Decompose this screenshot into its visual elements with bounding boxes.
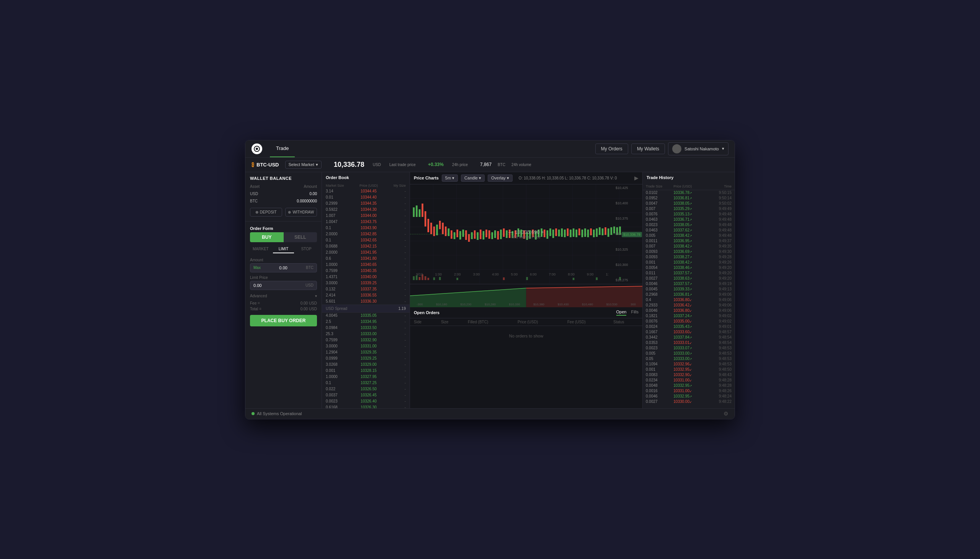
- svg-rect-65: [555, 228, 557, 236]
- ob-buy-row: 0.0023 10326.40 -: [322, 398, 410, 404]
- svg-rect-43: [491, 232, 493, 239]
- market-order-tab[interactable]: MARKET: [250, 245, 271, 253]
- sell-tab[interactable]: SELL: [284, 232, 317, 242]
- limit-order-tab[interactable]: LIMIT: [273, 245, 295, 253]
- svg-rect-71: [573, 228, 574, 237]
- withdraw-button[interactable]: ⊕ WITHDRAW: [285, 208, 317, 217]
- th-trade-size: 0.0353: [646, 341, 674, 345]
- ob-buy-price: 10327.95: [354, 375, 383, 379]
- th-trade-size: 0.0046: [646, 281, 674, 286]
- chart-price-labels: $10,425 $10,400 $10,375 $10,350 $10,336.…: [615, 184, 642, 284]
- place-order-button[interactable]: PLACE BUY ORDER: [250, 315, 317, 326]
- th-trade-price: 10336.71↗: [674, 217, 707, 222]
- ob-sell-mysize: -: [383, 250, 406, 255]
- market-select-dropdown[interactable]: Select Market ▾: [285, 161, 321, 169]
- ob-buy-size: 0.0023: [326, 399, 354, 403]
- th-trade-size: 0.005: [646, 233, 674, 238]
- ob-buy-size: 25.3: [326, 332, 354, 336]
- th-trade-size: 0.0047: [646, 201, 674, 205]
- amount-input[interactable]: Max 0.00 BTC: [250, 263, 317, 273]
- svg-rect-72: [575, 230, 577, 237]
- th-trade-time: 9:48:28: [707, 378, 732, 382]
- trade-history-row: 0.0023 10338.05↗ 9:49:48: [643, 222, 735, 228]
- th-trade-size: 0.0463: [646, 217, 674, 222]
- chart-fullscreen-icon[interactable]: ▶: [634, 175, 639, 181]
- ob-sell-size: 2.0000: [326, 232, 354, 236]
- svg-rect-84: [611, 227, 612, 235]
- ob-buy-size: 0.6168: [326, 405, 354, 408]
- time-label-1: 1:00: [435, 273, 442, 276]
- svg-rect-64: [552, 230, 554, 238]
- th-trade-price: 10331.00↙: [674, 389, 707, 393]
- price-change: +0.33%: [428, 162, 444, 167]
- deposit-button[interactable]: ⊕ DEPOSIT: [250, 208, 282, 217]
- ob-sell-row: 2.0000 10342.85 -: [322, 231, 410, 237]
- ob-buy-price: 10329.35: [354, 350, 383, 354]
- th-trade-time: 9:50:02: [707, 201, 732, 205]
- ob-market-size-header: Market Size: [326, 184, 354, 187]
- ob-buy-mysize: -: [383, 344, 406, 348]
- th-trade-price: 10333.00↗: [674, 357, 707, 361]
- fills-tab[interactable]: Fills: [631, 309, 639, 316]
- oo-status-header: Status: [609, 318, 642, 326]
- svg-rect-50: [512, 231, 514, 238]
- limit-price-input[interactable]: 0.00 USD: [250, 281, 317, 290]
- ob-buy-size: 3.0000: [326, 344, 354, 348]
- th-trade-time: 9:48:54: [707, 341, 732, 345]
- time-label-8: 8:00: [568, 273, 574, 276]
- depth-right-val: 300: [631, 303, 636, 306]
- my-wallets-button[interactable]: My Wallets: [631, 144, 665, 154]
- svg-rect-58: [535, 231, 537, 240]
- ob-sell-price: 10337.35: [354, 287, 383, 291]
- advanced-toggle[interactable]: Advanced ▾: [245, 291, 321, 300]
- svg-rect-62: [547, 230, 549, 239]
- overlay-select[interactable]: Overlay ▾: [488, 174, 513, 182]
- svg-rect-28: [448, 228, 450, 236]
- th-trade-size: 0.005: [646, 351, 674, 356]
- settings-icon[interactable]: ⚙: [723, 410, 728, 417]
- timeframe-select[interactable]: 5m ▾: [442, 174, 458, 182]
- price-level-7: $10,275: [616, 278, 642, 282]
- ob-sell-row: 2.414 10336.55 -: [322, 292, 410, 298]
- ob-buy-size: 0.0984: [326, 326, 354, 330]
- ob-sell-row: 0.01 10344.40 -: [322, 194, 410, 200]
- ob-buy-row: 25.3 10333.00 -: [322, 331, 410, 337]
- current-price-tag: $10,336.78: [622, 232, 642, 237]
- ob-sell-price: 10336.30: [354, 299, 383, 303]
- stop-order-tab[interactable]: STOP: [296, 245, 317, 253]
- ob-buy-mysize: -: [383, 399, 406, 403]
- ob-buy-size: 0.0037: [326, 393, 354, 397]
- th-trade-price: 10339.33↗: [674, 287, 707, 291]
- th-trade-time: 9:48:24: [707, 394, 732, 398]
- th-trade-size: 0.001: [646, 260, 674, 265]
- th-trade-size: 0.1667: [646, 330, 674, 334]
- th-trade-size: 0.001: [646, 367, 674, 372]
- th-trade-price: 10338.42↗: [674, 244, 707, 248]
- th-trade-time: 9:49:37: [707, 239, 732, 243]
- buy-tab[interactable]: BUY: [250, 232, 284, 242]
- my-orders-button[interactable]: My Orders: [595, 144, 628, 154]
- sub-header: ₿ BTC-USD Select Market ▾ 10,336.78 USD …: [245, 158, 735, 172]
- th-trade-price: 10336.80↙: [674, 308, 707, 313]
- chart-time-labels: 9/13 1:00 2:00 3:00 4:00 5:00 6:00 7:00 …: [410, 273, 615, 276]
- oo-empty-message: No orders to show: [410, 326, 642, 346]
- open-orders-tab[interactable]: Open: [616, 309, 627, 316]
- trade-tab[interactable]: Trade: [270, 140, 295, 157]
- logo: [252, 144, 262, 154]
- user-section[interactable]: Satoshi Nakamoto ▾: [668, 142, 728, 155]
- th-trade-price: 10332.95↗: [674, 394, 707, 398]
- order-form-title: Order Form: [245, 223, 321, 232]
- trade-history-row: 0.0011 10336.95↗ 9:49:37: [643, 238, 735, 244]
- ob-buy-price: 10329.25: [354, 356, 383, 361]
- order-book-title: Order Book: [322, 172, 410, 183]
- chart-type-select[interactable]: Candle ▾: [461, 174, 485, 182]
- ob-sell-size: 1.4371: [326, 275, 354, 279]
- usd-asset: USD: [245, 190, 275, 197]
- limit-price-group: Limit Price 0.00 USD: [245, 274, 321, 291]
- ob-buy-mysize: -: [383, 338, 406, 342]
- th-trade-time: 9:48:22: [707, 399, 732, 404]
- th-trade-time: 9:48:53: [707, 362, 732, 366]
- chevron-down-icon: ▾: [722, 146, 724, 151]
- total-value: 0.00 USD: [301, 307, 317, 311]
- svg-rect-54: [523, 230, 525, 239]
